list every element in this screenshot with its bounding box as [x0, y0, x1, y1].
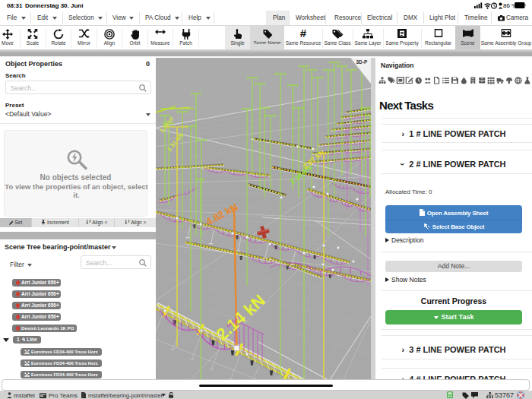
svg-text:3D-P: 3D-P: [356, 59, 368, 65]
